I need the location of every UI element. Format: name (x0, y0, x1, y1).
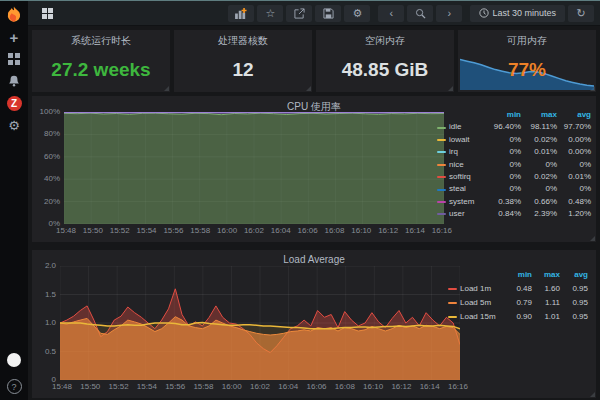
legend-swatch (448, 288, 457, 290)
grafana-logo-icon[interactable] (5, 5, 23, 23)
y-tick-label: 20% (44, 197, 60, 206)
legend-max: 0% (521, 159, 557, 171)
cpu-usage-panel: CPU 使用率 100%80%60%40%20%0% 15:4815:5015:… (32, 96, 596, 242)
legend-series-name[interactable]: Load 5m (460, 296, 504, 310)
x-tick-label: 15:58 (190, 226, 210, 235)
x-tick-label: 16:10 (351, 226, 371, 235)
legend-max: 2.39% (521, 208, 557, 220)
legend-min: 0% (485, 146, 521, 158)
legend-header: min (504, 268, 532, 282)
x-tick-label: 16:08 (324, 226, 344, 235)
legend-max: 1.01 (532, 310, 560, 324)
help-icon[interactable]: ? (7, 379, 22, 394)
x-tick-label: 16:00 (222, 382, 242, 391)
legend-series-name[interactable]: Load 1m (460, 282, 504, 296)
time-range-picker[interactable]: Last 30 minutes (470, 5, 565, 22)
add-panel-icon[interactable] (228, 5, 254, 22)
x-tick-label: 16:16 (432, 226, 452, 235)
stat-panel-uptime: 系统运行时长 27.2 weeks (32, 30, 170, 92)
legend-series-name[interactable]: system (449, 196, 485, 208)
stat-value-free-memory: 48.85 GiB (316, 59, 454, 81)
legend-swatch (448, 302, 457, 304)
legend-avg: 0.00% (557, 146, 591, 158)
stat-title-cpu-cores[interactable]: 处理器核数 (174, 30, 312, 48)
legend-series-name[interactable]: Load 15m (460, 310, 504, 324)
x-tick-label: 15:56 (165, 382, 185, 391)
x-tick-label: 15:48 (56, 226, 76, 235)
legend-series-name[interactable]: steal (449, 183, 485, 195)
stat-title-uptime[interactable]: 系统运行时长 (32, 30, 170, 48)
y-tick-label: 40% (44, 174, 60, 183)
x-tick-label: 16:06 (298, 226, 318, 235)
legend-swatch (437, 189, 446, 191)
alerting-bell-icon[interactable] (6, 73, 22, 89)
stat-value-available-memory: 77% (458, 59, 596, 81)
time-range-label: Last 30 minutes (492, 9, 556, 18)
legend-swatch (437, 139, 446, 141)
legend-series-name[interactable]: idle (449, 121, 485, 133)
legend-avg: 0.01% (557, 171, 591, 183)
legend-avg: 97.70% (557, 121, 591, 133)
x-tick-label: 15:52 (109, 382, 129, 391)
legend-series-name[interactable]: nice (449, 159, 485, 171)
legend-series-name[interactable]: irq (449, 146, 485, 158)
user-avatar[interactable] (7, 353, 21, 367)
create-plus-icon[interactable]: + (6, 29, 22, 45)
load-panel-title[interactable]: Load Average (32, 250, 596, 265)
settings-gear-icon[interactable]: ⚙ (344, 5, 370, 22)
legend-avg: 0.00% (557, 134, 591, 146)
legend-max: 1.60 (532, 282, 560, 296)
topbar: ☆ ⚙ ‹ › Last 30 minutes ↻ (28, 1, 600, 26)
cpu-y-axis: 100%80%60%40%20%0% (34, 107, 60, 228)
stat-value-uptime: 27.2 weeks (32, 59, 170, 81)
legend-series-name[interactable]: user (449, 208, 485, 220)
cpu-legend: minmaxavgidle96.40%98.11%97.70%iowait0%0… (437, 109, 591, 221)
y-tick-label: 1.0 (45, 318, 56, 327)
legend-series-name[interactable]: iowait (449, 134, 485, 146)
load-average-panel: Load Average 2.01.51.00.50 15:4815:5015:… (32, 250, 596, 398)
legend-header: max (532, 268, 560, 282)
star-icon[interactable]: ☆ (257, 5, 283, 22)
load-x-axis: 15:4815:5015:5215:5415:5615:5816:0016:02… (52, 382, 468, 391)
x-tick-label: 16:02 (244, 226, 264, 235)
legend-swatch (437, 127, 446, 129)
legend-min: 0.79 (504, 296, 532, 310)
legend-swatch (437, 151, 446, 153)
legend-max: 1.11 (532, 296, 560, 310)
legend-min: 96.40% (485, 121, 521, 133)
legend-swatch (437, 176, 446, 178)
x-tick-label: 15:48 (52, 382, 72, 391)
dashboard-picker-icon[interactable] (34, 5, 60, 22)
load-plot-area[interactable] (60, 266, 460, 380)
legend-min: 0% (485, 171, 521, 183)
stat-title-available-memory[interactable]: 可用内存 (458, 30, 596, 48)
time-forward-chevron-right-icon[interactable]: › (436, 5, 462, 22)
cpu-panel-title[interactable]: CPU 使用率 (32, 96, 596, 114)
x-tick-label: 16:04 (271, 226, 291, 235)
stat-title-free-memory[interactable]: 空闲内存 (316, 30, 454, 48)
legend-max: 0% (521, 183, 557, 195)
y-tick-label: 60% (44, 152, 60, 161)
configuration-gear-icon[interactable]: ⚙ (6, 117, 22, 133)
legend-max: 0.02% (521, 171, 557, 183)
legend-series-name[interactable]: softirq (449, 171, 485, 183)
cpu-plot-area[interactable] (64, 112, 444, 224)
legend-max: 98.11% (521, 121, 557, 133)
refresh-icon[interactable]: ↻ (568, 5, 594, 22)
time-back-chevron-left-icon[interactable]: ‹ (378, 5, 404, 22)
legend-avg: 0.95 (560, 310, 588, 324)
x-tick-label: 15:50 (83, 226, 103, 235)
topbar-actions: ☆ ⚙ ‹ › Last 30 minutes ↻ (225, 5, 594, 22)
stat-value-cpu-cores: 12 (174, 59, 312, 81)
zabbix-app-icon[interactable]: Z (6, 95, 22, 111)
legend-avg: 0% (557, 183, 591, 195)
x-tick-label: 16:12 (391, 382, 411, 391)
stat-panel-available-memory: 可用内存 77% (458, 30, 596, 92)
save-icon[interactable] (315, 5, 341, 22)
load-legend: minmaxavgLoad 1m0.481.600.95Load 5m0.791… (448, 268, 588, 324)
x-tick-label: 16:04 (278, 382, 298, 391)
dashboards-grid-icon[interactable] (6, 51, 22, 67)
zoom-out-icon[interactable] (407, 5, 433, 22)
share-icon[interactable] (286, 5, 312, 22)
y-tick-label: 80% (44, 129, 60, 138)
